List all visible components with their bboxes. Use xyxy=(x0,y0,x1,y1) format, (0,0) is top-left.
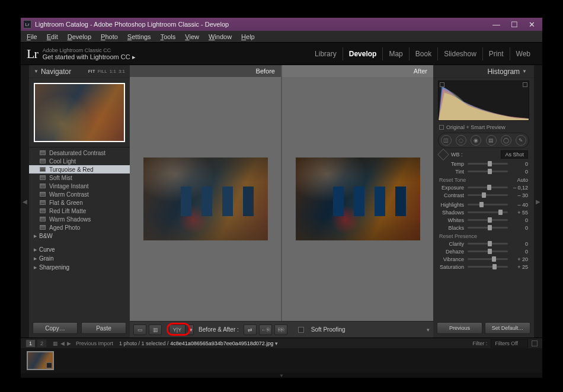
preset-item[interactable]: Warm Shadows xyxy=(29,215,130,223)
soft-proofing-label: Soft Proofing xyxy=(311,326,346,333)
set-default-button[interactable]: Set Default… xyxy=(485,322,530,334)
preset-item[interactable]: Cool Light xyxy=(29,157,130,165)
slider-clarity[interactable]: Clarity0 xyxy=(433,240,534,248)
filmstrip-thumb[interactable] xyxy=(27,351,54,370)
reset-presence-label[interactable]: Reset Presence xyxy=(439,233,477,239)
after-image[interactable] xyxy=(296,158,420,240)
brush-tool-icon[interactable]: ✎ xyxy=(516,135,526,146)
preset-group[interactable]: ▶Sharpening xyxy=(29,263,130,272)
slider-saturation[interactable]: Saturation+ 25 xyxy=(433,263,534,271)
left-flap[interactable]: ◀ xyxy=(21,65,29,338)
white-balance-row: WB : As Shot xyxy=(433,149,534,160)
shadow-clip-icon[interactable] xyxy=(440,82,444,87)
preset-group[interactable]: ▶B&W xyxy=(29,232,130,240)
menu-develop[interactable]: Develop xyxy=(64,32,95,41)
get-started-link[interactable]: Get started with Lightroom CC ▸ xyxy=(43,54,136,60)
before-image[interactable] xyxy=(143,158,268,240)
module-develop[interactable]: Develop xyxy=(343,47,383,60)
paste-button[interactable]: Paste xyxy=(81,322,126,334)
preset-group[interactable]: ▶Curve xyxy=(29,245,130,254)
menu-help[interactable]: Help xyxy=(238,32,258,41)
slider-contrast[interactable]: Contrast– 30 xyxy=(433,191,534,199)
minimize-icon[interactable]: — xyxy=(492,20,500,29)
menu-tools[interactable]: Tools xyxy=(157,32,180,41)
redeye-tool-icon[interactable]: ◉ xyxy=(471,135,481,146)
source-label[interactable]: Previous Import xyxy=(76,340,113,346)
swap-before-after-button[interactable]: ⇄ xyxy=(244,324,257,335)
gradient-tool-icon[interactable]: ▤ xyxy=(486,135,497,146)
main-window-button[interactable]: 1 xyxy=(25,339,36,348)
module-web[interactable]: Web xyxy=(510,47,536,60)
slider-exposure[interactable]: Exposure– 0,12 xyxy=(433,184,534,191)
slider-blacks[interactable]: Blacks0 xyxy=(433,224,534,232)
auto-button[interactable]: Auto xyxy=(517,177,528,183)
right-flap[interactable]: ▶ xyxy=(534,65,542,338)
menu-file[interactable]: File xyxy=(23,32,41,41)
slider-whites[interactable]: Whites0 xyxy=(433,216,534,224)
nav-zoom-fill[interactable]: FILL xyxy=(98,69,107,74)
module-book[interactable]: Book xyxy=(409,47,437,60)
radial-tool-icon[interactable]: ◯ xyxy=(501,135,511,146)
copy-button[interactable]: Copy… xyxy=(33,322,78,334)
module-slideshow[interactable]: Slideshow xyxy=(437,47,482,60)
previous-button[interactable]: Previous xyxy=(437,322,482,334)
bottom-flap[interactable]: ▼ xyxy=(21,373,542,378)
loupe-view-button[interactable]: ▭ xyxy=(133,324,146,335)
menu-view[interactable]: View xyxy=(181,32,203,41)
app-header: Lr Adobe Lightroom Classic CC Get starte… xyxy=(21,43,542,65)
preset-item[interactable]: Turquoise & Red xyxy=(29,165,130,173)
wb-picker-icon[interactable] xyxy=(437,149,449,160)
preset-group[interactable]: ▶Grain xyxy=(29,254,130,263)
center-canvas: Before After ▭ ▥ Y|Y ▾ Before & After : … xyxy=(130,65,433,338)
menu-edit[interactable]: Edit xyxy=(43,32,62,41)
reset-tone-label[interactable]: Reset Tone xyxy=(439,177,466,183)
slider-temp[interactable]: Temp0 xyxy=(433,160,534,168)
copy-after-button[interactable]: ⎘⎘ xyxy=(274,324,287,335)
toolbar-menu-icon[interactable]: ▾ xyxy=(427,327,430,333)
maximize-icon[interactable]: ☐ xyxy=(511,20,518,29)
grid-view-button[interactable]: ▥ xyxy=(149,324,162,335)
crop-tool-icon[interactable]: ◫ xyxy=(441,135,452,146)
slider-dehaze[interactable]: Dehaze0 xyxy=(433,248,534,255)
preset-item[interactable]: Flat & Green xyxy=(29,198,130,207)
soft-proofing-checkbox[interactable] xyxy=(298,327,304,333)
module-library[interactable]: Library xyxy=(309,47,343,60)
chevron-down-icon: ▼ xyxy=(522,69,527,74)
before-after-yy-button[interactable]: Y|Y xyxy=(169,324,185,335)
spot-tool-icon[interactable]: ◌ xyxy=(456,135,466,146)
preset-item[interactable]: Aged Photo xyxy=(29,223,130,232)
module-picker: LibraryDevelopMapBookSlideshowPrintWeb xyxy=(309,47,536,60)
menu-settings[interactable]: Settings xyxy=(124,32,155,41)
forward-icon[interactable]: ▶ xyxy=(67,340,71,346)
preset-item[interactable]: Warm Contrast xyxy=(29,190,130,198)
slider-vibrance[interactable]: Vibrance+ 20 xyxy=(433,255,534,263)
close-icon[interactable]: ✕ xyxy=(529,20,535,29)
menu-photo[interactable]: Photo xyxy=(97,32,121,41)
preset-item[interactable]: Vintage Instant xyxy=(29,182,130,190)
nav-zoom-3-1[interactable]: 3:1 xyxy=(119,69,125,74)
slider-highlights[interactable]: Highlights– 40 xyxy=(433,201,534,208)
preset-item[interactable]: Desaturated Contrast xyxy=(29,149,130,157)
grid-icon[interactable]: ▦ xyxy=(53,340,58,346)
navigator-header[interactable]: ▼ Navigator FITFILL1:13:1 xyxy=(29,65,130,78)
nav-zoom-fit[interactable]: FIT xyxy=(88,69,95,74)
module-print[interactable]: Print xyxy=(482,47,510,60)
histogram-header[interactable]: Histogram ▼ xyxy=(433,65,534,78)
second-window-button[interactable]: 2 xyxy=(37,339,47,348)
menu-window[interactable]: Window xyxy=(205,32,235,41)
highlight-clip-icon[interactable] xyxy=(523,82,527,87)
module-map[interactable]: Map xyxy=(382,47,408,60)
nav-zoom-1-1[interactable]: 1:1 xyxy=(110,69,116,74)
histogram-display[interactable] xyxy=(438,81,529,121)
filter-dropdown[interactable]: Filters Off xyxy=(491,339,528,348)
slider-tint[interactable]: Tint0 xyxy=(433,168,534,175)
preset-item[interactable]: Red Lift Matte xyxy=(29,207,130,215)
copy-before-button[interactable]: ←⎘ xyxy=(259,324,272,335)
slider-shadows[interactable]: Shadows+ 55 xyxy=(433,208,534,216)
preset-item[interactable]: Soft Mist xyxy=(29,173,130,182)
wb-dropdown[interactable]: As Shot xyxy=(501,150,528,159)
navigator-preview[interactable] xyxy=(34,83,125,142)
before-after-dropdown[interactable]: ▾ xyxy=(188,324,194,335)
back-icon[interactable]: ◀ xyxy=(60,340,65,346)
filter-lock-icon[interactable] xyxy=(532,340,538,346)
